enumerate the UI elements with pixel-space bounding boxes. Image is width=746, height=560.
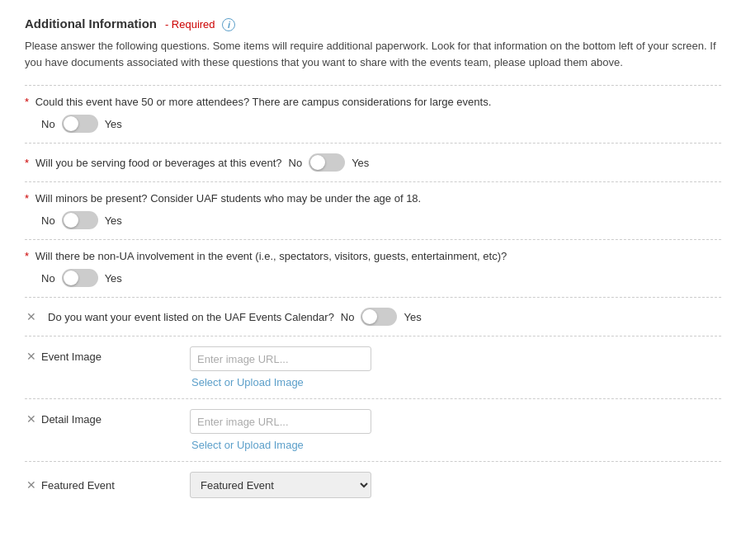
q3-toggle[interactable] [62,211,98,229]
question-3-toggle-row: No Yes [25,211,721,229]
detail-image-upload-link[interactable]: Select or Upload Image [190,439,371,451]
q3-no-label: No [41,214,55,227]
calendar-yes-label: Yes [404,311,421,323]
detail-image-row: ✕ Detail Image Select or Upload Image [25,398,721,461]
section-header: Additional Information - Required i [25,16,721,31]
q1-toggle[interactable] [62,115,98,133]
question-2-row: * Will you be serving food or beverages … [25,143,721,181]
required-star-1: * [25,96,29,108]
question-2-inline-row: * Will you be serving food or beverages … [25,153,721,172]
event-image-row: ✕ Event Image Select or Upload Image [25,336,721,398]
additional-information-section: Additional Information - Required i Plea… [25,16,721,508]
q4-toggle-thumb [64,271,78,285]
required-star-3: * [25,192,29,205]
section-description: Please answer the following questions. S… [25,38,721,70]
calendar-toggle-thumb [362,309,377,324]
required-label: - Required [165,18,215,31]
q2-yes-label: Yes [352,157,369,169]
calendar-no-label: No [341,311,355,323]
featured-event-row: ✕ Featured Event Featured Event Not Feat… [25,461,721,508]
featured-x-icon: ✕ [25,478,38,492]
featured-event-select[interactable]: Featured Event Not Featured Featured [190,472,371,498]
q3-toggle-thumb [64,213,78,228]
question-1-row: * Could this event have 50 or more atten… [25,85,721,143]
calendar-inline-row: ✕ Do you want your event listed on the U… [25,308,721,326]
q2-no-label: No [289,157,303,169]
q4-toggle[interactable] [62,269,98,287]
detail-image-label: ✕ Detail Image [25,409,190,426]
required-star-4: * [25,250,29,262]
q1-yes-label: Yes [105,118,122,130]
question-1-toggle-row: No Yes [25,115,721,133]
question-3-row: * Will minors be present? Consider UAF s… [25,181,721,239]
info-icon: i [222,18,235,31]
q1-toggle-thumb [64,116,78,131]
question-4-toggle-row: No Yes [25,269,721,287]
q3-yes-label: Yes [105,214,122,227]
event-image-label: ✕ Event Image [25,346,190,363]
event-image-x-icon: ✕ [25,350,38,363]
calendar-x-icon: ✕ [25,310,38,323]
section-title: Additional Information [25,16,157,31]
q4-yes-label: Yes [105,272,122,285]
q2-toggle[interactable] [309,153,345,172]
event-image-upload-link[interactable]: Select or Upload Image [190,376,371,388]
detail-image-x-icon: ✕ [25,412,38,426]
question-4-row: * Will there be non-UA involvement in th… [25,239,721,297]
event-image-fields: Select or Upload Image [190,346,371,388]
question-4-text: * Will there be non-UA involvement in th… [25,250,721,262]
event-image-url-input[interactable] [190,346,371,371]
calendar-row: ✕ Do you want your event listed on the U… [25,297,721,336]
detail-image-url-input[interactable] [190,409,371,434]
q4-no-label: No [41,272,55,285]
calendar-toggle[interactable] [361,308,397,326]
question-1-text: * Could this event have 50 or more atten… [25,96,721,108]
q2-toggle-thumb [310,155,325,170]
q1-no-label: No [41,118,55,130]
question-3-text: * Will minors be present? Consider UAF s… [25,192,721,205]
detail-image-fields: Select or Upload Image [190,409,371,451]
required-star-2: * [25,157,29,169]
featured-event-label: ✕ Featured Event [25,478,190,492]
